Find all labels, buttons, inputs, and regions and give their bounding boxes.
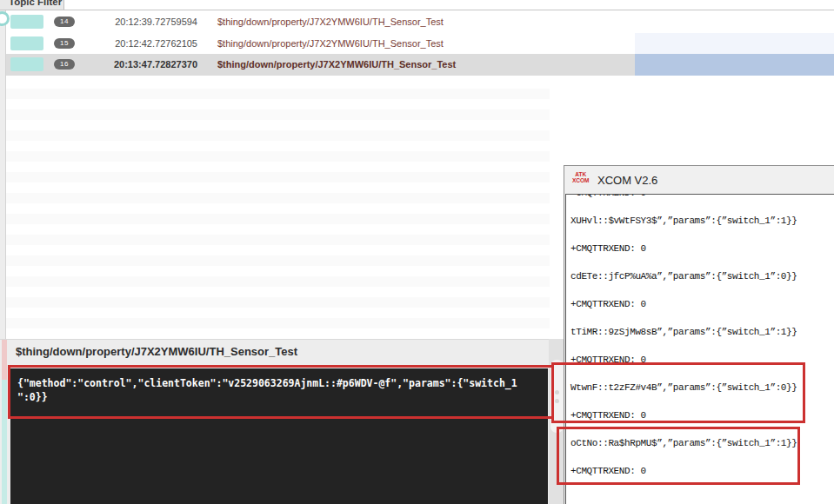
alientek-logo-icon: ATK XCOM xyxy=(572,172,590,183)
scrollbar-thumb[interactable] xyxy=(550,360,564,433)
terminal-line: +CMQTTRXEND: 0 xyxy=(570,346,834,374)
terminal-line: +CMQTTRXEND: 0 xyxy=(570,457,834,485)
payload-text-line: ":0}} xyxy=(17,390,541,404)
empty-list-area xyxy=(6,78,550,335)
message-topic: $thing/down/property/J7X2YMW6IU/TH_Senso… xyxy=(217,33,444,54)
payload-topic-label: $thing/down/property/J7X2YMW6IU/TH_Senso… xyxy=(16,345,297,358)
qos-color-swatch xyxy=(10,15,43,29)
list-left-gutter xyxy=(0,10,6,339)
selected-row-blue-highlight xyxy=(635,54,834,76)
payload-text-line: {"method":"control","clientToken":"v2529… xyxy=(17,376,541,390)
scrollbar-grip-icon xyxy=(555,390,559,395)
left-edge-teal-strip xyxy=(2,380,7,504)
message-count-badge: 16 xyxy=(54,59,75,70)
terminal-line: XUHvl::$vWtFSY3$”,”params”:{”switch_1”:1… xyxy=(570,207,834,235)
message-row[interactable]: 15 20:12:42.72762105 $thing/down/propert… xyxy=(6,33,834,54)
message-topic: $thing/down/property/J7X2YMW6IU/TH_Senso… xyxy=(217,11,444,32)
xcom-window-title: XCOM V2.6 xyxy=(597,174,657,187)
xcom-titlebar[interactable]: ATK XCOM XCOM V2.6 xyxy=(564,166,834,194)
message-timestamp: 20:12:39.72759594 xyxy=(110,11,197,32)
terminal-line: +CMQTTRXEND: 0 xyxy=(570,290,834,318)
terminal-text: +CMQTTRXEND: 0 XUHvl::$vWtFSY3$”,”params… xyxy=(566,194,834,485)
logo-text-bottom: XCOM xyxy=(572,178,590,184)
terminal-line: cdETe::jfcP%uA%a”,”params”:{”switch_1”:0… xyxy=(570,262,834,290)
message-count-badge: 15 xyxy=(54,38,75,49)
scrollbar-grip-icon xyxy=(555,399,559,403)
payload-viewer[interactable]: {"method":"control","clientToken":"v2529… xyxy=(10,368,548,504)
screenshot-root: Topic Filter 14 20:12:39.72759594 $thing… xyxy=(0,0,834,504)
message-row[interactable]: 14 20:12:39.72759594 $thing/down/propert… xyxy=(6,11,834,32)
row-faint-highlight xyxy=(635,33,834,54)
message-count-badge: 14 xyxy=(54,17,75,27)
message-timestamp: 20:13:47.72827370 xyxy=(110,54,197,75)
tab-topic-filter[interactable]: Topic Filter xyxy=(9,0,62,7)
message-timestamp: 20:12:42.72762105 xyxy=(110,33,197,54)
qos-color-swatch xyxy=(10,57,43,71)
terminal-line: WtwnF::t2zFZ#v4B”,”params”:{”switch_1”:0… xyxy=(570,374,834,401)
terminal-line: oCtNo::Ra$hRpMU$”,”params”:{”switch_1”:1… xyxy=(570,429,834,457)
terminal-line: tTiMR::9zSjMw8sB”,”params”:{”switch_1”:1… xyxy=(570,318,834,346)
left-edge-pink-strip xyxy=(2,340,7,380)
message-row-selected[interactable]: 16 20:13:47.72827370 $thing/down/propert… xyxy=(6,54,834,76)
terminal-line: +CMQTTRXEND: 0 xyxy=(570,194,834,207)
xcom-window: ATK XCOM XCOM V2.6 +CMQTTRXEND: 0 XUHvl:… xyxy=(564,165,834,504)
topic-filter-tabbar: Topic Filter xyxy=(0,0,834,10)
topic-filter-input[interactable] xyxy=(63,0,834,10)
message-topic: $thing/down/property/J7X2YMW6IU/TH_Senso… xyxy=(217,54,456,75)
xcom-terminal-output[interactable]: +CMQTTRXEND: 0 XUHvl::$vWtFSY3$”,”params… xyxy=(565,194,834,504)
qos-color-swatch xyxy=(10,36,43,50)
terminal-line: +CMQTTRXEND: 0 xyxy=(570,235,834,262)
terminal-line: +CMQTTRXEND: 0 xyxy=(570,401,834,429)
